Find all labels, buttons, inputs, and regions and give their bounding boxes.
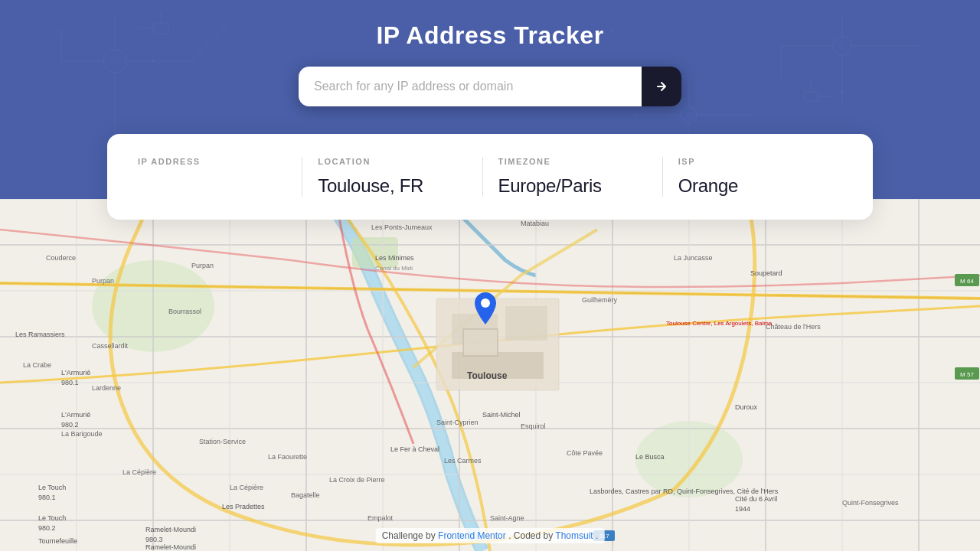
header-content: IP Address Tracker: [0, 0, 980, 106]
svg-text:Saint-Cyprien: Saint-Cyprien: [436, 419, 479, 426]
svg-text:Station-Service: Station-Service: [199, 438, 246, 445]
challenge-text: Challenge by: [382, 530, 436, 541]
ip-address-label: IP ADDRESS: [138, 157, 286, 166]
svg-text:Le Fer à Cheval: Le Fer à Cheval: [390, 445, 439, 453]
svg-text:Lasbordes, Castres par RD, Qui: Lasbordes, Castres par RD, Quint-Fonsegr…: [590, 487, 779, 495]
svg-text:La Cépière: La Cépière: [122, 468, 156, 476]
svg-rect-29: [505, 306, 547, 341]
svg-text:La Faourette: La Faourette: [268, 453, 307, 461]
isp-value: Orange: [678, 175, 827, 197]
svg-text:Matabiau: Matabiau: [521, 220, 549, 227]
svg-text:Les Pradettes: Les Pradettes: [222, 503, 265, 510]
svg-text:M 64: M 64: [960, 278, 974, 285]
svg-point-103: [481, 298, 490, 308]
svg-text:La Cépière: La Cépière: [230, 484, 263, 491]
svg-text:La Crabe: La Crabe: [23, 361, 51, 369]
svg-text:1944: 1944: [735, 505, 750, 513]
period: .: [596, 530, 598, 541]
svg-text:Côte Pavée: Côte Pavée: [567, 449, 603, 457]
svg-text:Château de l'Hers: Château de l'Hers: [766, 323, 821, 331]
svg-text:Saint-Michel: Saint-Michel: [482, 411, 521, 419]
isp-label: ISP: [678, 157, 827, 166]
svg-rect-4: [352, 237, 398, 268]
map-pin: [475, 292, 496, 328]
timezone-value: Europe/Paris: [498, 175, 647, 197]
timezone-label: TIMEZONE: [498, 157, 647, 166]
svg-text:Bourrassol: Bourrassol: [168, 308, 201, 315]
svg-text:L'Armurié: L'Armurié: [61, 369, 90, 377]
search-button[interactable]: [642, 67, 681, 106]
svg-text:Saint-Agne: Saint-Agne: [490, 514, 524, 522]
svg-text:Bagatelle: Bagatelle: [291, 491, 320, 499]
arrow-right-icon: [655, 80, 668, 93]
coded-text: . Coded by: [508, 530, 553, 541]
svg-text:Le Touch: Le Touch: [38, 514, 66, 522]
svg-text:980.2: 980.2: [61, 421, 79, 429]
svg-text:La Croix de Pierre: La Croix de Pierre: [329, 476, 385, 484]
svg-text:La Barigoude: La Barigoude: [61, 430, 103, 438]
svg-text:Toulouse Centre, Les Argoulets: Toulouse Centre, Les Argoulets, Balma: [666, 320, 773, 327]
svg-text:La Juncasse: La Juncasse: [674, 254, 713, 262]
svg-text:980.1: 980.1: [61, 379, 79, 386]
coder-link[interactable]: Thomsuit: [555, 530, 593, 541]
info-section-timezone: TIMEZONE Europe/Paris: [483, 157, 663, 197]
location-label: LOCATION: [318, 157, 466, 166]
svg-text:Les Ponts-Jumeaux: Les Ponts-Jumeaux: [371, 223, 433, 231]
svg-text:Cassellardit: Cassellardit: [92, 342, 129, 350]
svg-text:Duroux: Duroux: [735, 403, 758, 411]
svg-text:Ramelet-Moundi: Ramelet-Moundi: [145, 526, 196, 533]
svg-rect-31: [463, 329, 498, 356]
svg-text:Tournefeuille: Tournefeuille: [38, 537, 77, 545]
search-bar: [299, 67, 681, 106]
page-title: IP Address Tracker: [376, 21, 603, 50]
svg-text:Toulouse: Toulouse: [467, 370, 508, 381]
svg-text:980.3: 980.3: [145, 536, 163, 543]
svg-text:Lardenne: Lardenne: [92, 384, 121, 392]
svg-text:980.2: 980.2: [38, 524, 56, 532]
svg-text:Esquirol: Esquirol: [521, 422, 546, 430]
svg-text:Couderce: Couderce: [46, 254, 76, 262]
svg-text:Purpan: Purpan: [92, 277, 114, 285]
svg-text:Ramelet-Moundi: Ramelet-Moundi: [145, 543, 196, 551]
location-value: Toulouse, FR: [318, 175, 466, 197]
svg-text:980.1: 980.1: [38, 494, 56, 501]
svg-text:Les Carmes: Les Carmes: [444, 457, 482, 465]
info-section-location: LOCATION Toulouse, FR: [302, 157, 482, 197]
svg-text:Empalot: Empalot: [368, 514, 394, 522]
svg-point-127: [633, 112, 638, 117]
info-section-ip: IP ADDRESS: [138, 157, 302, 197]
svg-text:Les Minimes: Les Minimes: [375, 254, 414, 262]
svg-text:Les Ramassiers: Les Ramassiers: [15, 331, 65, 338]
svg-text:Guilheméry: Guilheméry: [582, 296, 618, 304]
frontend-mentor-link[interactable]: Frontend Mentor: [438, 530, 506, 541]
svg-point-122: [686, 112, 692, 118]
svg-text:Cité du 6 Avril: Cité du 6 Avril: [735, 495, 777, 503]
svg-text:Quint-Fonsegrives: Quint-Fonsegrives: [842, 499, 899, 507]
svg-text:Le Busca: Le Busca: [635, 453, 665, 461]
info-card: IP ADDRESS LOCATION Toulouse, FR TIMEZON…: [107, 134, 873, 220]
svg-text:L'Armurié: L'Armurié: [61, 411, 90, 419]
svg-text:Purpan: Purpan: [191, 262, 214, 269]
svg-text:Le Touch: Le Touch: [38, 484, 66, 491]
search-input[interactable]: [299, 67, 642, 106]
info-section-isp: ISP Orange: [663, 157, 842, 197]
svg-text:M 57: M 57: [960, 371, 974, 378]
svg-text:Canal du Midi: Canal du Midi: [375, 265, 413, 272]
svg-text:Soupetard: Soupetard: [750, 269, 782, 277]
footer-attribution: Challenge by Frontend Mentor . Coded by …: [376, 528, 605, 543]
